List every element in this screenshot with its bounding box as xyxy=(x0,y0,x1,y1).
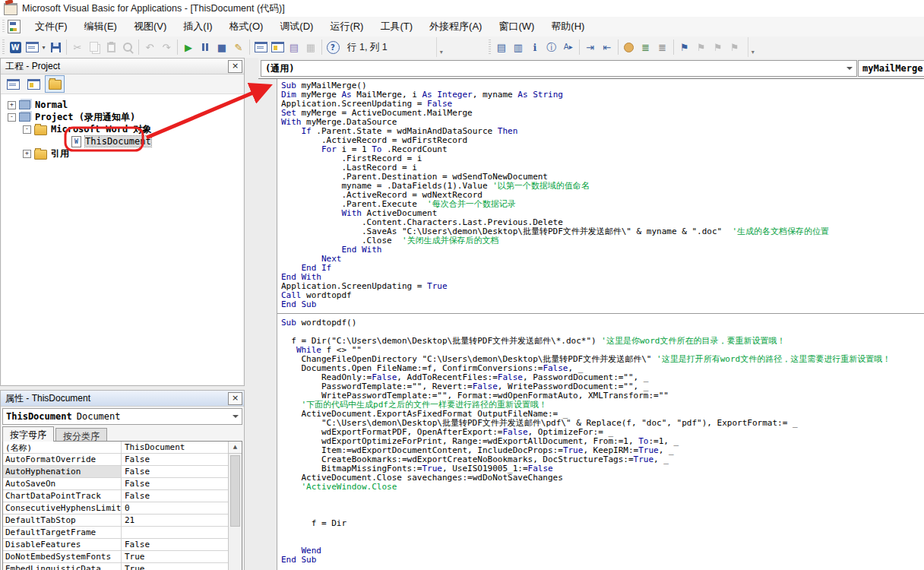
property-row-autoformatoverride[interactable]: AutoFormatOverrideFalse xyxy=(3,454,242,466)
list-properties-icon[interactable]: ▤ xyxy=(493,39,510,55)
property-value[interactable]: ThisDocument xyxy=(122,442,242,453)
complete-word-icon[interactable]: A▸ xyxy=(560,39,577,55)
help-icon[interactable]: ? xyxy=(324,39,341,55)
project-explorer-icon[interactable] xyxy=(252,39,269,55)
next-bookmark-icon[interactable]: ⚑ xyxy=(693,39,710,55)
standard-toolbar-options-chevron[interactable]: ▾ xyxy=(436,37,446,57)
property-value[interactable]: False xyxy=(122,478,242,489)
comment-block-icon[interactable]: ≣ xyxy=(638,39,654,55)
cut-icon[interactable]: ✂ xyxy=(69,39,86,55)
object-dropdown[interactable]: (通用) xyxy=(261,60,857,77)
code-line: End With xyxy=(281,245,924,255)
previous-bookmark-icon[interactable]: ⚑ xyxy=(710,39,726,55)
object-browser-icon[interactable]: ▤ xyxy=(286,39,302,55)
paste-icon[interactable] xyxy=(103,39,119,55)
insert-object-icon[interactable] xyxy=(24,39,40,55)
standard-toolbar-grip[interactable] xyxy=(2,40,5,55)
redo-icon[interactable]: ↷ xyxy=(158,39,175,55)
property-value[interactable]: 21 xyxy=(122,515,242,526)
collapse-icon[interactable]: - xyxy=(23,125,31,134)
parameter-info-icon[interactable]: ⓘ xyxy=(543,39,560,55)
outdent-icon[interactable]: ⇤ xyxy=(599,39,615,55)
property-row-consecutivehyphenslimit[interactable]: ConsecutiveHyphensLimit0 xyxy=(3,502,242,515)
property-row-disablefeatures[interactable]: DisableFeaturesFalse xyxy=(3,539,242,551)
menu-tools[interactable]: 工具(T) xyxy=(372,17,421,36)
property-row-chartdatapointtrack[interactable]: ChartDataPointTrackFalse xyxy=(3,490,242,502)
tree-item--[interactable]: +引用 xyxy=(2,147,243,160)
scrollbar-thumb[interactable] xyxy=(230,455,240,527)
expand-icon[interactable]: + xyxy=(8,101,16,109)
tab-categorized[interactable]: 按分类序 xyxy=(55,428,107,442)
property-row--[interactable]: (名称)ThisDocument xyxy=(3,442,242,454)
save-icon[interactable] xyxy=(47,39,64,55)
tree-item-microsoft-word-[interactable]: -Microsoft Word 对象 xyxy=(2,123,243,135)
collapse-icon[interactable]: - xyxy=(8,113,16,122)
run-macro-icon[interactable]: ▶ xyxy=(180,39,197,55)
menu-add-ins[interactable]: 外接程序(A) xyxy=(421,17,490,36)
menu-view[interactable]: 视图(V) xyxy=(125,17,175,36)
menu-format[interactable]: 格式(O) xyxy=(221,17,272,36)
clear-bookmarks-icon[interactable]: ⚑ xyxy=(726,39,743,55)
menu-insert[interactable]: 插入(I) xyxy=(175,17,220,36)
property-row-autohyphenation[interactable]: AutoHyphenationFalse▼ xyxy=(3,466,242,478)
property-value[interactable]: True xyxy=(122,563,242,570)
properties-object-dropdown[interactable]: ThisDocument Document xyxy=(2,408,242,425)
edit-toolbar-options-chevron[interactable]: ▾ xyxy=(748,37,758,57)
menu-run[interactable]: 运行(R) xyxy=(321,17,372,36)
code-editor[interactable]: Sub myMailMerge()Dim myMerge As MailMerg… xyxy=(277,79,924,570)
toggle-bookmark-icon[interactable]: ⚑ xyxy=(676,39,693,55)
property-row-donotembedsystemfonts[interactable]: DoNotEmbedSystemFontsTrue xyxy=(3,551,242,563)
property-value[interactable]: False xyxy=(122,490,242,502)
menu-window[interactable]: 窗口(W) xyxy=(490,17,543,36)
scroll-up-icon[interactable]: ▲ xyxy=(229,442,242,454)
procedure-dropdown[interactable]: myMailMerge xyxy=(858,60,924,77)
view-object-button[interactable] xyxy=(24,76,43,92)
view-code-button[interactable] xyxy=(4,76,22,92)
properties-panel-close-icon[interactable]: × xyxy=(228,392,242,405)
toggle-folders-button[interactable] xyxy=(45,75,65,93)
property-value[interactable]: False xyxy=(122,539,242,550)
vbe-app-icon xyxy=(4,3,17,15)
toggle-breakpoint-icon[interactable] xyxy=(621,39,638,55)
menu-file[interactable]: 文件(F) xyxy=(27,17,76,36)
list-constants-icon[interactable]: ▥ xyxy=(510,39,527,55)
uncomment-block-icon[interactable]: ≣ xyxy=(654,39,671,55)
tab-alphabetic[interactable]: 按字母序 xyxy=(2,426,54,442)
menu-debug[interactable]: 调试(D) xyxy=(271,17,321,36)
break-icon[interactable] xyxy=(197,39,214,55)
find-icon[interactable] xyxy=(119,39,136,55)
properties-scrollbar[interactable]: ▲ xyxy=(228,442,242,570)
tree-item-thisdocument[interactable]: WThisDocument xyxy=(2,135,243,147)
copy-icon[interactable] xyxy=(86,39,103,55)
tree-item-normal[interactable]: +Normal xyxy=(2,99,243,111)
properties-window-icon[interactable] xyxy=(269,39,286,55)
property-value[interactable] xyxy=(122,527,242,538)
property-row-defaulttargetframe[interactable]: DefaultTargetFrame xyxy=(3,527,242,539)
menu-edit[interactable]: 编辑(E) xyxy=(76,17,125,36)
project-panel-close-icon[interactable]: × xyxy=(228,60,242,73)
chevron-down-icon[interactable]: ▾ xyxy=(40,39,47,55)
quick-info-icon[interactable]: ℹ xyxy=(527,39,543,55)
document-window-icon[interactable] xyxy=(8,20,21,33)
toolbox-icon[interactable]: ▦ xyxy=(302,39,319,55)
reset-icon[interactable]: ■ xyxy=(214,39,230,55)
property-row-autosaveon[interactable]: AutoSaveOnFalse xyxy=(3,478,242,490)
tree-item-project-[interactable]: -Project (录用通知单) xyxy=(2,111,243,123)
code-margin-bar[interactable] xyxy=(258,79,277,570)
code-line xyxy=(281,501,924,510)
undo-icon[interactable]: ↶ xyxy=(141,39,158,55)
expand-icon[interactable]: + xyxy=(23,150,31,158)
property-row-embedlinguisticdata[interactable]: EmbedLinguisticDataTrue xyxy=(3,563,242,570)
property-value[interactable]: True xyxy=(122,551,242,562)
design-mode-icon[interactable]: ✎ xyxy=(230,39,247,55)
menubar-grip[interactable] xyxy=(2,20,5,33)
edit-toolbar-grip[interactable] xyxy=(489,40,491,55)
property-value[interactable]: False xyxy=(122,454,242,465)
toolbar-separator xyxy=(249,40,250,55)
property-value[interactable]: 0 xyxy=(122,502,242,514)
property-row-defaulttabstop[interactable]: DefaultTabStop21 xyxy=(3,515,242,527)
property-value[interactable]: False▼ xyxy=(122,466,242,477)
menu-help[interactable]: 帮助(H) xyxy=(543,17,593,36)
view-word-icon[interactable]: W xyxy=(7,39,24,55)
indent-icon[interactable]: ⇥ xyxy=(582,39,599,55)
